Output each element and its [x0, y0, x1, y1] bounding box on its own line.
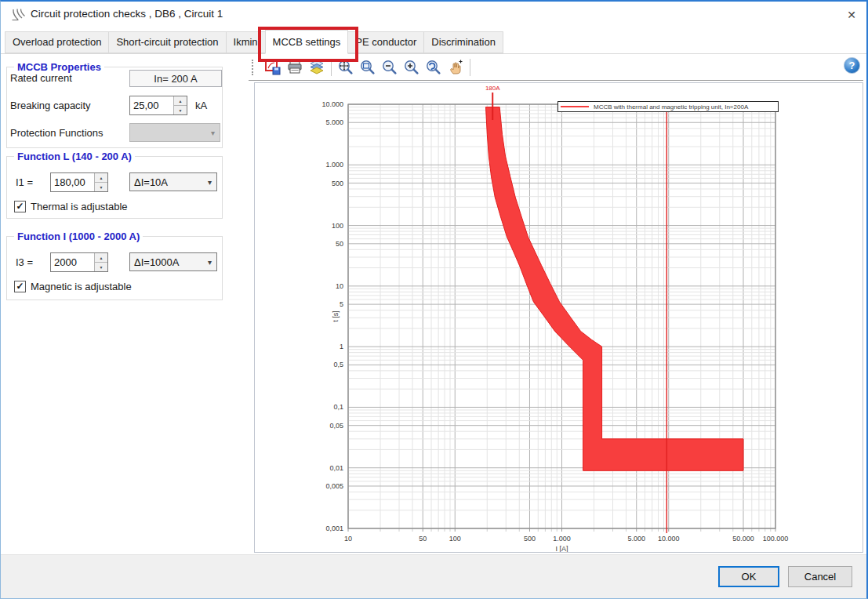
tab-short-circuit-protection[interactable]: Short-circuit protection: [108, 31, 226, 53]
close-icon[interactable]: ✕: [843, 6, 860, 24]
tab-mccb-settings[interactable]: MCCB settings: [265, 30, 349, 54]
setting-marker-label: 180A: [485, 85, 500, 92]
chart-toolbar: [249, 55, 863, 81]
x-tick-label: 50.000: [732, 535, 754, 543]
y-tick-label: 5.000: [325, 118, 343, 126]
chevron-down-icon: ▾: [203, 258, 216, 267]
i1-stepper[interactable]: 180,00 ▲ ▼: [50, 172, 108, 192]
dialog-window: Circuit protection checks , DB6 , Circui…: [0, 0, 868, 599]
breaking-capacity-label: Breaking capacity: [10, 100, 91, 111]
stepper-up-icon[interactable]: ▲: [95, 253, 107, 263]
stepper-down-icon[interactable]: ▼: [95, 183, 107, 191]
y-tick-label: 0,01: [329, 464, 343, 472]
y-tick-label: 10.000: [321, 100, 343, 108]
layers-icon[interactable]: [306, 57, 328, 78]
stepper-down-icon[interactable]: ▼: [174, 106, 187, 114]
protection-functions-select: ▾: [129, 123, 220, 142]
stepper-up-icon[interactable]: ▲: [95, 173, 107, 183]
x-tick-label: 100: [449, 535, 461, 543]
zoom-in-icon[interactable]: [401, 57, 423, 78]
stepper-down-icon[interactable]: ▼: [95, 263, 107, 271]
delta-i1-select[interactable]: ΔI=10A ▾: [129, 172, 217, 191]
legend-label: MCCB with thermal and magnetic tripping …: [594, 103, 748, 111]
group-title: Function L (140 - 200 A): [14, 151, 135, 162]
x-tick-label: 50: [419, 535, 427, 543]
x-tick-label: 5.000: [627, 535, 645, 543]
app-icon: [10, 8, 26, 22]
print-icon[interactable]: [284, 57, 306, 78]
toolbar-separator: [470, 59, 470, 76]
y-tick-label: 0,005: [325, 482, 343, 490]
x-tick-label: 10: [344, 535, 352, 543]
delta-i3-select[interactable]: ΔI=1000A ▾: [129, 252, 217, 271]
thermal-adjustable-checkbox[interactable]: ✓: [14, 201, 26, 212]
tripping-curve-chart: 180A10.0005.0001.0005001005010510,50,10,…: [254, 82, 863, 553]
zoom-window-icon[interactable]: [357, 57, 379, 78]
breaking-capacity-value[interactable]: 25,00: [130, 96, 173, 114]
tab-discrimination[interactable]: Discrimination: [423, 31, 503, 53]
dialog-footer: OK Cancel: [1, 554, 866, 599]
checkbox-check-icon: ✓: [16, 281, 24, 291]
y-axis-title: t [s]: [332, 310, 340, 322]
group-title: Function I (1000 - 2000 A): [14, 231, 143, 242]
y-tick-label: 0,1: [333, 403, 343, 411]
chevron-down-icon: ▾: [203, 178, 216, 187]
x-tick-label: 500: [524, 535, 536, 543]
y-tick-label: 50: [336, 240, 343, 248]
chevron-down-icon: ▾: [206, 129, 220, 137]
magnetic-adjustable-label: Magnetic is adjustable: [31, 281, 132, 292]
y-tick-label: 100: [332, 222, 343, 230]
x-axis-title: I [A]: [555, 545, 568, 552]
window-title: Circuit protection checks , DB6 , Circui…: [31, 8, 223, 20]
toolbar-separator: [331, 59, 332, 76]
magnetic-adjustable-checkbox[interactable]: ✓: [14, 281, 26, 292]
i3-stepper[interactable]: 2000 ▲ ▼: [50, 252, 108, 272]
thermal-adjustable-label: Thermal is adjustable: [31, 201, 128, 212]
y-tick-label: 0,05: [329, 422, 343, 430]
protection-functions-label: Protection Functions: [10, 127, 104, 139]
y-tick-label: 0,5: [333, 361, 343, 368]
y-tick-label: 10: [336, 282, 343, 290]
export-chart-icon[interactable]: [262, 57, 284, 78]
tab-strip: Overload protectionShort-circuit protect…: [1, 28, 866, 54]
group-title: MCCB Properties: [14, 61, 104, 73]
zoom-fit-icon[interactable]: [335, 57, 357, 78]
x-tick-label: 100.000: [763, 535, 789, 543]
stepper-up-icon[interactable]: ▲: [174, 96, 187, 106]
y-tick-label: 1: [340, 343, 343, 350]
title-bar: Circuit protection checks , DB6 , Circui…: [1, 2, 866, 28]
rated-current-field: In= 200 A: [129, 70, 222, 87]
pan-icon[interactable]: [445, 57, 467, 78]
rated-current-label: Rated current: [10, 72, 72, 84]
y-tick-label: 5: [340, 300, 343, 308]
delta-i1-value: ΔI=10A: [134, 176, 168, 188]
chart-legend: MCCB with thermal and magnetic tripping …: [557, 101, 779, 112]
toolbar-grip[interactable]: [252, 60, 256, 75]
cancel-button[interactable]: Cancel: [788, 566, 852, 587]
i1-label: I1 =: [16, 176, 33, 188]
y-tick-label: 1.000: [325, 161, 343, 169]
legend-line-sample: [561, 106, 589, 107]
y-tick-label: 0,001: [325, 525, 343, 532]
delta-i3-value: ΔI=1000A: [134, 256, 179, 268]
chart-canvas: 180A10.0005.0001.0005001005010510,50,10,…: [255, 83, 863, 552]
zoom-out-icon[interactable]: [379, 57, 401, 78]
group-mccb-properties: MCCB Properties Rated current In= 200 A …: [6, 67, 223, 148]
i3-label: I3 =: [16, 256, 33, 268]
group-function-l: Function L (140 - 200 A) I1 = 180,00 ▲ ▼…: [6, 156, 223, 219]
breaking-capacity-unit: kA: [195, 100, 207, 111]
breaking-capacity-stepper[interactable]: 25,00 ▲ ▼: [129, 96, 187, 115]
x-tick-label: 1.000: [553, 535, 571, 543]
ok-button[interactable]: OK: [718, 566, 779, 587]
help-button[interactable]: ?: [844, 57, 860, 74]
tab-ikmin[interactable]: Ikmin: [226, 31, 266, 53]
i1-value[interactable]: 180,00: [51, 173, 94, 191]
group-function-i: Function I (1000 - 2000 A) I3 = 2000 ▲ ▼…: [6, 236, 223, 300]
x-tick-label: 10.000: [658, 535, 680, 543]
checkbox-check-icon: ✓: [16, 201, 24, 211]
tab-overload-protection[interactable]: Overload protection: [5, 31, 109, 53]
zoom-undo-icon[interactable]: [423, 57, 445, 78]
i3-value[interactable]: 2000: [51, 253, 94, 271]
tab-pe-conductor[interactable]: PE conductor: [347, 31, 424, 53]
y-tick-label: 500: [332, 180, 343, 187]
